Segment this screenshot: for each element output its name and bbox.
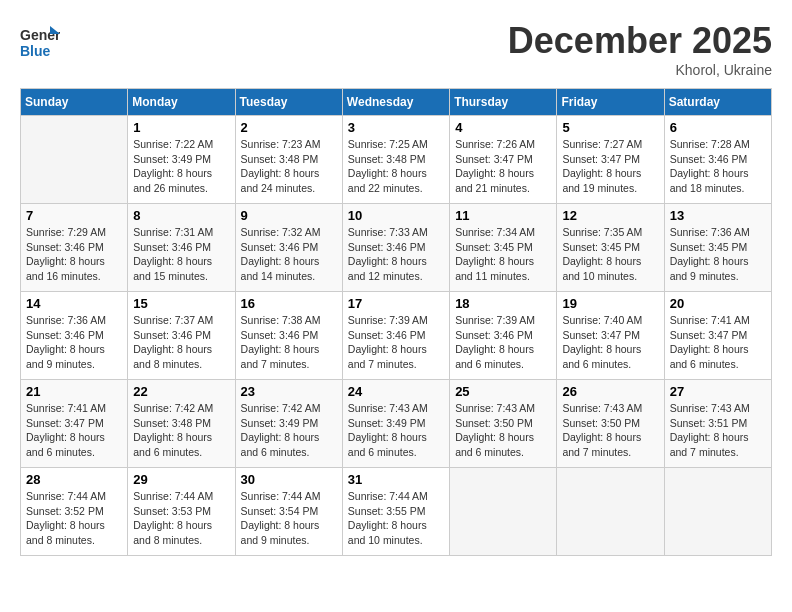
calendar-cell bbox=[450, 468, 557, 556]
day-number: 10 bbox=[348, 208, 444, 223]
title-block: December 2025 Khorol, Ukraine bbox=[508, 20, 772, 78]
day-info: Sunrise: 7:26 AM Sunset: 3:47 PM Dayligh… bbox=[455, 137, 551, 196]
day-number: 14 bbox=[26, 296, 122, 311]
day-header-wednesday: Wednesday bbox=[342, 89, 449, 116]
day-number: 9 bbox=[241, 208, 337, 223]
sunset: Sunset: 3:55 PM bbox=[348, 505, 426, 517]
sunset: Sunset: 3:51 PM bbox=[670, 417, 748, 429]
daylight: Daylight: 8 hours and 15 minutes. bbox=[133, 255, 212, 282]
daylight: Daylight: 8 hours and 8 minutes. bbox=[26, 519, 105, 546]
sunset: Sunset: 3:47 PM bbox=[670, 329, 748, 341]
sunrise: Sunrise: 7:36 AM bbox=[26, 314, 106, 326]
sunrise: Sunrise: 7:27 AM bbox=[562, 138, 642, 150]
sunrise: Sunrise: 7:37 AM bbox=[133, 314, 213, 326]
sunset: Sunset: 3:48 PM bbox=[241, 153, 319, 165]
day-number: 27 bbox=[670, 384, 766, 399]
daylight: Daylight: 8 hours and 26 minutes. bbox=[133, 167, 212, 194]
sunset: Sunset: 3:54 PM bbox=[241, 505, 319, 517]
sunrise: Sunrise: 7:38 AM bbox=[241, 314, 321, 326]
day-number: 23 bbox=[241, 384, 337, 399]
day-info: Sunrise: 7:29 AM Sunset: 3:46 PM Dayligh… bbox=[26, 225, 122, 284]
sunset: Sunset: 3:49 PM bbox=[241, 417, 319, 429]
day-number: 31 bbox=[348, 472, 444, 487]
calendar-cell: 20 Sunrise: 7:41 AM Sunset: 3:47 PM Dayl… bbox=[664, 292, 771, 380]
day-info: Sunrise: 7:32 AM Sunset: 3:46 PM Dayligh… bbox=[241, 225, 337, 284]
sunset: Sunset: 3:46 PM bbox=[241, 241, 319, 253]
day-number: 30 bbox=[241, 472, 337, 487]
sunrise: Sunrise: 7:39 AM bbox=[455, 314, 535, 326]
sunrise: Sunrise: 7:44 AM bbox=[26, 490, 106, 502]
sunset: Sunset: 3:45 PM bbox=[455, 241, 533, 253]
sunset: Sunset: 3:47 PM bbox=[455, 153, 533, 165]
day-info: Sunrise: 7:42 AM Sunset: 3:49 PM Dayligh… bbox=[241, 401, 337, 460]
sunrise: Sunrise: 7:43 AM bbox=[455, 402, 535, 414]
day-info: Sunrise: 7:39 AM Sunset: 3:46 PM Dayligh… bbox=[455, 313, 551, 372]
daylight: Daylight: 8 hours and 6 minutes. bbox=[133, 431, 212, 458]
day-info: Sunrise: 7:43 AM Sunset: 3:50 PM Dayligh… bbox=[562, 401, 658, 460]
sunrise: Sunrise: 7:43 AM bbox=[670, 402, 750, 414]
day-number: 19 bbox=[562, 296, 658, 311]
day-info: Sunrise: 7:44 AM Sunset: 3:52 PM Dayligh… bbox=[26, 489, 122, 548]
calendar-cell: 2 Sunrise: 7:23 AM Sunset: 3:48 PM Dayli… bbox=[235, 116, 342, 204]
calendar-cell: 15 Sunrise: 7:37 AM Sunset: 3:46 PM Dayl… bbox=[128, 292, 235, 380]
daylight: Daylight: 8 hours and 11 minutes. bbox=[455, 255, 534, 282]
day-number: 4 bbox=[455, 120, 551, 135]
daylight: Daylight: 8 hours and 24 minutes. bbox=[241, 167, 320, 194]
day-header-tuesday: Tuesday bbox=[235, 89, 342, 116]
day-header-sunday: Sunday bbox=[21, 89, 128, 116]
day-header-friday: Friday bbox=[557, 89, 664, 116]
day-number: 18 bbox=[455, 296, 551, 311]
logo-svg: General Blue bbox=[20, 20, 60, 64]
sunrise: Sunrise: 7:41 AM bbox=[670, 314, 750, 326]
sunset: Sunset: 3:46 PM bbox=[670, 153, 748, 165]
month-title: December 2025 bbox=[508, 20, 772, 62]
day-info: Sunrise: 7:36 AM Sunset: 3:46 PM Dayligh… bbox=[26, 313, 122, 372]
daylight: Daylight: 8 hours and 22 minutes. bbox=[348, 167, 427, 194]
day-number: 17 bbox=[348, 296, 444, 311]
calendar-week-row: 28 Sunrise: 7:44 AM Sunset: 3:52 PM Dayl… bbox=[21, 468, 772, 556]
sunrise: Sunrise: 7:25 AM bbox=[348, 138, 428, 150]
sunset: Sunset: 3:47 PM bbox=[562, 153, 640, 165]
daylight: Daylight: 8 hours and 7 minutes. bbox=[348, 343, 427, 370]
calendar-cell: 29 Sunrise: 7:44 AM Sunset: 3:53 PM Dayl… bbox=[128, 468, 235, 556]
sunset: Sunset: 3:47 PM bbox=[26, 417, 104, 429]
sunset: Sunset: 3:50 PM bbox=[562, 417, 640, 429]
daylight: Daylight: 8 hours and 6 minutes. bbox=[455, 431, 534, 458]
daylight: Daylight: 8 hours and 8 minutes. bbox=[133, 519, 212, 546]
sunrise: Sunrise: 7:44 AM bbox=[133, 490, 213, 502]
calendar-header-row: SundayMondayTuesdayWednesdayThursdayFrid… bbox=[21, 89, 772, 116]
day-info: Sunrise: 7:43 AM Sunset: 3:51 PM Dayligh… bbox=[670, 401, 766, 460]
sunset: Sunset: 3:47 PM bbox=[562, 329, 640, 341]
calendar-cell: 1 Sunrise: 7:22 AM Sunset: 3:49 PM Dayli… bbox=[128, 116, 235, 204]
sunrise: Sunrise: 7:39 AM bbox=[348, 314, 428, 326]
calendar-week-row: 14 Sunrise: 7:36 AM Sunset: 3:46 PM Dayl… bbox=[21, 292, 772, 380]
day-info: Sunrise: 7:44 AM Sunset: 3:53 PM Dayligh… bbox=[133, 489, 229, 548]
sunset: Sunset: 3:46 PM bbox=[241, 329, 319, 341]
sunrise: Sunrise: 7:23 AM bbox=[241, 138, 321, 150]
sunset: Sunset: 3:49 PM bbox=[348, 417, 426, 429]
day-number: 24 bbox=[348, 384, 444, 399]
calendar-cell: 8 Sunrise: 7:31 AM Sunset: 3:46 PM Dayli… bbox=[128, 204, 235, 292]
sunset: Sunset: 3:53 PM bbox=[133, 505, 211, 517]
calendar-week-row: 21 Sunrise: 7:41 AM Sunset: 3:47 PM Dayl… bbox=[21, 380, 772, 468]
sunrise: Sunrise: 7:26 AM bbox=[455, 138, 535, 150]
sunrise: Sunrise: 7:29 AM bbox=[26, 226, 106, 238]
day-info: Sunrise: 7:23 AM Sunset: 3:48 PM Dayligh… bbox=[241, 137, 337, 196]
sunset: Sunset: 3:48 PM bbox=[133, 417, 211, 429]
daylight: Daylight: 8 hours and 21 minutes. bbox=[455, 167, 534, 194]
calendar-cell bbox=[557, 468, 664, 556]
day-info: Sunrise: 7:41 AM Sunset: 3:47 PM Dayligh… bbox=[26, 401, 122, 460]
sunset: Sunset: 3:48 PM bbox=[348, 153, 426, 165]
day-number: 13 bbox=[670, 208, 766, 223]
daylight: Daylight: 8 hours and 19 minutes. bbox=[562, 167, 641, 194]
sunrise: Sunrise: 7:33 AM bbox=[348, 226, 428, 238]
calendar-cell bbox=[664, 468, 771, 556]
logo: General Blue bbox=[20, 20, 60, 64]
calendar-cell: 18 Sunrise: 7:39 AM Sunset: 3:46 PM Dayl… bbox=[450, 292, 557, 380]
daylight: Daylight: 8 hours and 6 minutes. bbox=[455, 343, 534, 370]
day-info: Sunrise: 7:22 AM Sunset: 3:49 PM Dayligh… bbox=[133, 137, 229, 196]
day-header-saturday: Saturday bbox=[664, 89, 771, 116]
daylight: Daylight: 8 hours and 8 minutes. bbox=[133, 343, 212, 370]
calendar-cell: 4 Sunrise: 7:26 AM Sunset: 3:47 PM Dayli… bbox=[450, 116, 557, 204]
sunrise: Sunrise: 7:22 AM bbox=[133, 138, 213, 150]
